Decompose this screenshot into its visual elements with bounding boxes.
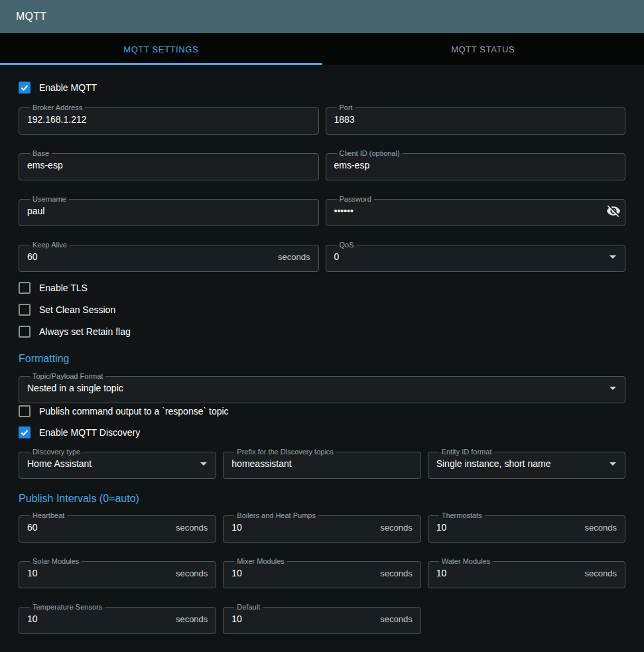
field-label: Password xyxy=(337,195,374,203)
field-suffix: seconds xyxy=(585,568,617,578)
checkbox-checked xyxy=(19,82,31,94)
default-interval-field[interactable]: Default 10 seconds xyxy=(223,603,420,634)
checkbox-label: Publish command output to a `response` t… xyxy=(39,406,229,417)
field-label: Thermostats xyxy=(439,511,485,519)
field-value: 10 xyxy=(436,568,447,578)
topic-format-select[interactable]: Topic/Payload Format Nested in a single … xyxy=(19,372,625,403)
broker-address-field[interactable]: Broker Address 192.168.1.212 xyxy=(19,103,319,135)
app-header: MQTT xyxy=(0,0,644,33)
client-id-field[interactable]: Client ID (optional) ems-esp xyxy=(326,149,626,180)
field-label: Heartbeat xyxy=(30,511,67,519)
dropdown-arrow-icon xyxy=(605,380,621,396)
field-suffix: seconds xyxy=(176,523,208,533)
field-label: Broker Address xyxy=(30,103,85,111)
publish-intervals-section-title: Publish Intervals (0=auto) xyxy=(19,493,625,505)
checkbox-unchecked xyxy=(19,304,31,316)
field-suffix: seconds xyxy=(176,568,208,578)
field-label: Keep Alive xyxy=(30,241,70,249)
field-value: Home Assistant xyxy=(27,458,92,469)
field-value: Nested in a single topic xyxy=(27,383,123,393)
discovery-prefix-field[interactable]: Prefix for the Discovery topics homeassi… xyxy=(223,448,420,479)
checkbox-unchecked xyxy=(19,282,31,294)
field-value: 10 xyxy=(27,614,38,624)
dropdown-arrow-icon xyxy=(196,456,212,472)
enable-discovery-checkbox[interactable]: Enable MQTT Discovery xyxy=(19,424,625,440)
field-label: Temperature Sensors xyxy=(30,603,105,611)
field-value: ems-esp xyxy=(334,160,370,170)
field-value: 10 xyxy=(436,522,447,533)
field-label: Water Modules xyxy=(439,557,493,565)
field-label: Solar Modules xyxy=(30,557,82,565)
field-value: homeassistant xyxy=(231,458,291,469)
checkbox-label: Enable MQTT xyxy=(39,82,97,93)
checkbox-label: Enable MQTT Discovery xyxy=(39,427,140,438)
page-title: MQTT xyxy=(16,11,46,23)
boilers-interval-field[interactable]: Boilers and Heat Pumps 10 seconds xyxy=(223,511,420,543)
field-value: 0 xyxy=(334,251,340,262)
mixer-modules-interval-field[interactable]: Mixer Modules 10 seconds xyxy=(223,557,420,588)
field-suffix: seconds xyxy=(585,523,617,533)
field-value: 10 xyxy=(27,568,38,578)
field-value: 1883 xyxy=(334,114,355,125)
field-label: Topic/Payload Format xyxy=(30,372,105,380)
field-suffix: seconds xyxy=(176,614,208,624)
field-label: Client ID (optional) xyxy=(337,149,403,157)
thermostats-interval-field[interactable]: Thermostats 10 seconds xyxy=(428,511,625,543)
check-icon xyxy=(20,428,29,437)
enable-mqtt-checkbox[interactable]: Enable MQTT xyxy=(19,80,625,96)
field-value: 10 xyxy=(231,568,242,578)
retain-flag-checkbox[interactable]: Always set Retain flag xyxy=(19,324,625,340)
field-value: ems-esp xyxy=(27,160,63,170)
field-value: paul xyxy=(27,206,44,216)
port-field[interactable]: Port 1883 xyxy=(326,103,626,135)
field-label: Username xyxy=(30,195,69,203)
heartbeat-interval-field[interactable]: Heartbeat 60 seconds xyxy=(19,511,216,543)
visibility-off-icon xyxy=(606,204,621,218)
tab-mqtt-settings[interactable]: MQTT SETTINGS xyxy=(0,33,322,65)
mqtt-settings-form: Enable MQTT Broker Address 192.168.1.212… xyxy=(0,65,644,646)
solar-modules-interval-field[interactable]: Solar Modules 10 seconds xyxy=(19,557,216,588)
water-modules-interval-field[interactable]: Water Modules 10 seconds xyxy=(428,557,625,588)
clean-session-checkbox[interactable]: Set Clean Session xyxy=(19,302,625,318)
qos-select[interactable]: QoS 0 xyxy=(326,241,626,272)
enable-tls-checkbox[interactable]: Enable TLS xyxy=(19,280,625,296)
field-suffix: seconds xyxy=(380,523,412,533)
field-value: 10 xyxy=(231,614,242,624)
connection-fields: Broker Address 192.168.1.212 Port 1883 B… xyxy=(19,103,625,272)
checkbox-label: Always set Retain flag xyxy=(39,326,131,337)
username-field[interactable]: Username paul xyxy=(19,195,319,226)
field-suffix: seconds xyxy=(380,568,412,578)
field-suffix: seconds xyxy=(278,252,310,262)
keep-alive-field[interactable]: Keep Alive 60 seconds xyxy=(19,241,319,272)
checkbox-label: Set Clean Session xyxy=(39,304,115,315)
field-label: QoS xyxy=(337,241,357,249)
field-label: Boilers and Heat Pumps xyxy=(234,511,318,519)
base-field[interactable]: Base ems-esp xyxy=(19,149,319,180)
password-field[interactable]: Password •••••• xyxy=(326,195,626,226)
entity-id-format-select[interactable]: Entity ID format Single instance, short … xyxy=(428,448,625,479)
checkbox-checked xyxy=(19,426,31,438)
field-label: Base xyxy=(30,149,52,157)
checkbox-unchecked xyxy=(19,326,31,338)
field-value: 60 xyxy=(27,251,38,262)
discovery-fields: Discovery type Home Assistant Prefix for… xyxy=(19,448,625,479)
field-label: Mixer Modules xyxy=(234,557,287,565)
discovery-type-select[interactable]: Discovery type Home Assistant xyxy=(19,448,216,479)
publish-response-checkbox[interactable]: Publish command output to a `response` t… xyxy=(19,403,625,419)
field-suffix: seconds xyxy=(380,614,412,624)
dropdown-arrow-icon xyxy=(605,249,621,265)
checkbox-unchecked xyxy=(19,405,31,417)
formatting-section-title: Formatting xyxy=(19,353,625,365)
field-value: Single instance, short name xyxy=(436,458,551,469)
field-value: 60 xyxy=(27,522,38,533)
field-value: 10 xyxy=(231,522,242,533)
tab-bar: MQTT SETTINGS MQTT STATUS xyxy=(0,33,644,65)
temperature-sensors-interval-field[interactable]: Temperature Sensors 10 seconds xyxy=(19,603,216,634)
tab-label: MQTT SETTINGS xyxy=(123,44,198,54)
connection-options: Enable TLS Set Clean Session Always set … xyxy=(19,280,625,340)
tab-label: MQTT STATUS xyxy=(451,44,515,54)
toggle-password-visibility-button[interactable] xyxy=(606,204,621,218)
tab-mqtt-status[interactable]: MQTT STATUS xyxy=(322,33,644,65)
field-label: Entity ID format xyxy=(439,448,495,456)
interval-fields: Heartbeat 60 seconds Boilers and Heat Pu… xyxy=(19,511,625,634)
